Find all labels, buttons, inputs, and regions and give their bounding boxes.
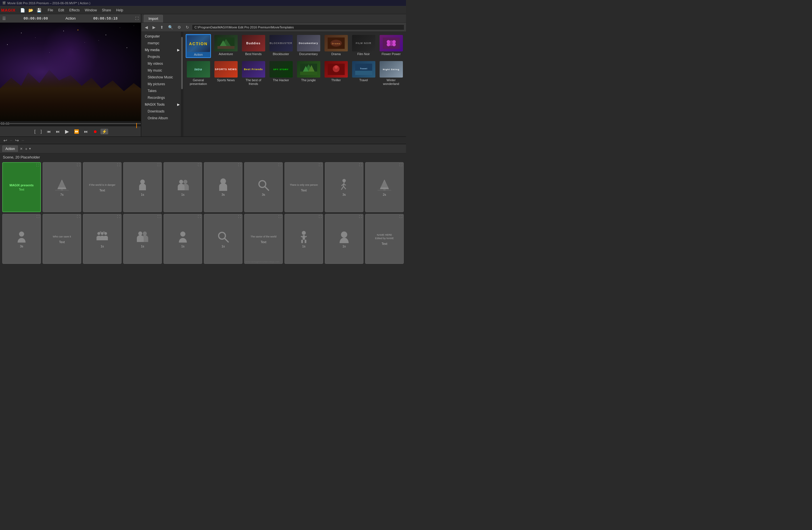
timeline-tab-action[interactable]: Action ✕ bbox=[2, 145, 23, 152]
ph15-expand-icon[interactable]: ⛶ bbox=[198, 215, 201, 218]
template-adventure[interactable]: Adventure bbox=[213, 34, 238, 58]
placeholder-17[interactable]: ⛶ The savior of the world Text www.herit… bbox=[244, 214, 283, 264]
ph12-expand-icon[interactable]: ⛶ bbox=[77, 215, 80, 218]
template-action[interactable]: ACTION Action bbox=[186, 34, 211, 58]
placeholder-7[interactable]: ⛶ 3s bbox=[244, 162, 283, 212]
template-documentary[interactable]: Documentary Documentary bbox=[296, 34, 321, 58]
undo-button[interactable]: ↩ bbox=[2, 137, 8, 144]
nav-computer[interactable]: Computer bbox=[141, 33, 183, 40]
ph16-expand-icon[interactable]: ⛶ bbox=[238, 215, 241, 218]
placeholder-10[interactable]: ⛶ 2s bbox=[365, 162, 404, 212]
refresh-button[interactable]: ↻ bbox=[184, 24, 191, 30]
expand-preview-icon[interactable]: ⛶ bbox=[135, 16, 139, 20]
nav-projects[interactable]: Projects bbox=[141, 53, 183, 60]
placeholder-11[interactable]: ⛶ 3s bbox=[2, 214, 41, 264]
ph17-expand-icon[interactable]: ⛶ bbox=[278, 215, 281, 218]
nav-online-album[interactable]: Online Album bbox=[141, 115, 183, 121]
to-end-button[interactable]: ⏩ bbox=[72, 128, 81, 135]
nav-recordings[interactable]: Recordings bbox=[141, 94, 183, 101]
ph10-expand-icon[interactable]: ⛶ bbox=[400, 163, 402, 167]
template-jungle[interactable]: The jungle bbox=[296, 60, 321, 87]
placeholder-4[interactable]: ⛶ 1s bbox=[123, 162, 162, 212]
ph9-expand-icon[interactable]: ⛶ bbox=[359, 163, 362, 167]
new-file-icon[interactable]: 📄 bbox=[19, 8, 26, 13]
template-drama[interactable]: Drama Drama bbox=[323, 34, 349, 58]
template-filmnoir[interactable]: FILM NOIR Film Noir bbox=[351, 34, 376, 58]
search-button[interactable]: 🔍 bbox=[166, 24, 175, 30]
placeholder-16[interactable]: ⛶ 1s bbox=[204, 214, 243, 264]
nav-my-pictures[interactable]: My pictures bbox=[141, 81, 183, 87]
placeholder-8[interactable]: ⛶ There is only one person Text bbox=[285, 162, 323, 212]
redo-options-icon[interactable]: ··· bbox=[21, 139, 24, 142]
ph5-expand-icon[interactable]: ⛶ bbox=[198, 163, 201, 167]
nav-downloads[interactable]: Downloads bbox=[141, 108, 183, 115]
open-file-icon[interactable]: 📂 bbox=[27, 8, 34, 13]
placeholder-12[interactable]: ⛶ Who can save it Text bbox=[43, 214, 81, 264]
ph2-expand-icon[interactable]: ⛶ bbox=[77, 163, 80, 167]
flash-button[interactable]: ⚡ bbox=[101, 129, 108, 134]
ph3-expand-icon[interactable]: ⛶ bbox=[117, 163, 120, 167]
placeholder-14[interactable]: ⛶ 1s bbox=[123, 214, 162, 264]
up-button[interactable]: ⬆ bbox=[158, 24, 165, 30]
back-button[interactable]: ◀ bbox=[143, 24, 150, 30]
placeholder-3[interactable]: ⛶ If the world is in danger Text bbox=[83, 162, 121, 212]
nav-takes[interactable]: Takes bbox=[141, 87, 183, 94]
hamburger-icon[interactable]: ☰ bbox=[2, 16, 6, 21]
ph20-expand-icon[interactable]: ⛶ bbox=[400, 215, 402, 218]
template-travel[interactable]: Travel Travel bbox=[351, 60, 376, 87]
tab-import[interactable]: Import bbox=[144, 15, 163, 23]
placeholder-6[interactable]: ⛶ 3s bbox=[204, 162, 243, 212]
nav-magix-tools[interactable]: MAGIX Tools ▶ bbox=[141, 101, 183, 108]
template-thriller[interactable]: Thriller bbox=[323, 60, 349, 87]
preview-scrubber[interactable]: 58:16 bbox=[0, 121, 141, 126]
template-bestfriends[interactable]: Buddies Best friends bbox=[241, 34, 266, 58]
menu-help[interactable]: Help bbox=[114, 8, 126, 13]
menu-edit[interactable]: Edit bbox=[56, 8, 67, 13]
record-button[interactable]: ⏺ bbox=[91, 128, 99, 135]
ph6-expand-icon[interactable]: ⛶ bbox=[238, 163, 241, 167]
ph7-expand-icon[interactable]: ⛶ bbox=[278, 163, 281, 167]
settings-button[interactable]: ⚙ bbox=[176, 24, 183, 30]
nav-my-media[interactable]: My media ▶ bbox=[141, 46, 183, 53]
placeholder-18[interactable]: ⛶ 1s bbox=[285, 214, 323, 264]
mark-out-button[interactable]: ] bbox=[39, 128, 43, 135]
menu-window[interactable]: Window bbox=[82, 8, 99, 13]
nav-my-music[interactable]: My music bbox=[141, 67, 183, 74]
play-button[interactable]: ▶ bbox=[63, 127, 71, 136]
nav-mwmpc[interactable]: mwmpc bbox=[141, 40, 183, 46]
menu-effects[interactable]: Effects bbox=[67, 8, 82, 13]
placeholder-1[interactable]: ⛶ MAGIX presents Text bbox=[2, 162, 41, 212]
template-winter[interactable]: Night Skiing Winter wonderland bbox=[378, 60, 404, 87]
forward-button[interactable]: ▶ bbox=[151, 24, 157, 30]
template-bestoffriends[interactable]: Best Friends The best of friends bbox=[241, 60, 266, 87]
ph13-expand-icon[interactable]: ⛶ bbox=[117, 215, 120, 218]
ph19-expand-icon[interactable]: ⛶ bbox=[359, 215, 362, 218]
template-general[interactable]: Intro General presentation bbox=[186, 60, 211, 87]
scrubber-bar[interactable] bbox=[0, 123, 141, 124]
mark-in-button[interactable]: [ bbox=[33, 128, 37, 135]
ph14-expand-icon[interactable]: ⛶ bbox=[158, 215, 160, 218]
ph18-expand-icon[interactable]: ⛶ bbox=[319, 215, 322, 218]
ph4-expand-icon[interactable]: ⛶ bbox=[158, 163, 160, 167]
placeholder-15[interactable]: ⛶ 1s bbox=[163, 214, 202, 264]
placeholder-2[interactable]: ⛶ 7s bbox=[43, 162, 81, 212]
placeholder-20[interactable]: ⛶ NAME HERE Edited by NAME Text bbox=[365, 214, 404, 264]
next-frame-button[interactable]: ⏭ bbox=[82, 128, 90, 135]
ph8-expand-icon[interactable]: ⛶ bbox=[319, 163, 322, 167]
template-sportsnews[interactable]: SPORTS NEWS Sports News bbox=[213, 60, 238, 87]
nav-scrollbar-thumb[interactable] bbox=[181, 37, 183, 89]
to-start-button[interactable]: ⏭ bbox=[54, 128, 62, 135]
placeholder-9[interactable]: ⛶ 3s bbox=[325, 162, 363, 212]
template-flowerpower[interactable]: Flower Power bbox=[378, 34, 404, 58]
redo-button[interactable]: ↪ bbox=[14, 137, 20, 144]
placeholder-5[interactable]: ⛶ 1s bbox=[163, 162, 202, 212]
nav-my-videos[interactable]: My videos bbox=[141, 60, 183, 67]
path-bar[interactable]: C:\ProgramData\MAGIX\Movie Edit Pro 2016… bbox=[192, 25, 404, 30]
close-tab-icon[interactable]: ✕ bbox=[20, 147, 23, 151]
menu-share[interactable]: Share bbox=[100, 8, 113, 13]
placeholder-13[interactable]: ⛶ 1s bbox=[83, 214, 121, 264]
placeholder-19[interactable]: ⛶ 1s bbox=[325, 214, 363, 264]
undo-options-icon[interactable]: ··· bbox=[10, 139, 12, 142]
template-blockbuster[interactable]: BLOCKBUSTER Blockbuster bbox=[268, 34, 293, 58]
ph1-expand-icon[interactable]: ⛶ bbox=[37, 163, 39, 167]
